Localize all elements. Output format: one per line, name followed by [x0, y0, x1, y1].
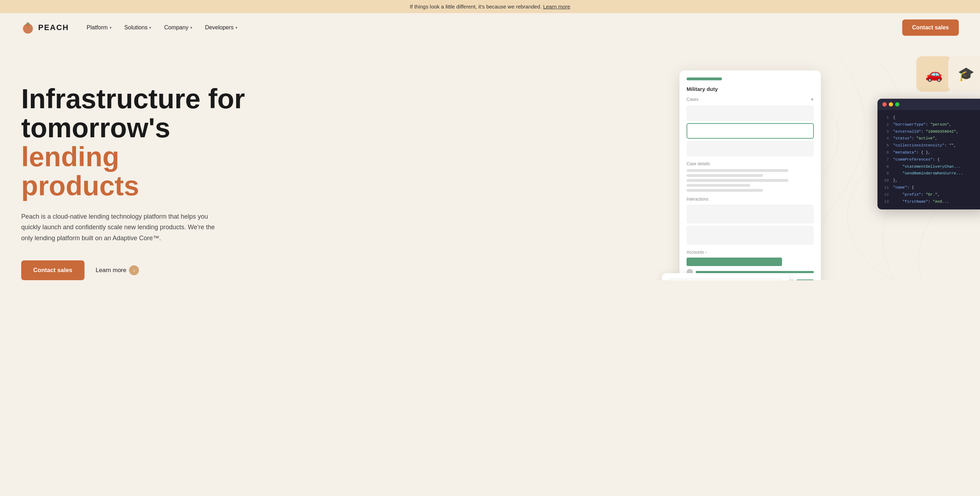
svg-rect-2 — [27, 22, 29, 25]
code-line-8: 8 "statementDeliveryChan... — [883, 163, 980, 171]
hero-actions: Contact sales Learn more › — [21, 260, 269, 280]
contact-sales-nav-button[interactable]: Contact sales — [902, 19, 959, 36]
developers-chevron-icon: ▾ — [235, 26, 237, 30]
car-icon-card: 🚗 — [916, 56, 952, 92]
hero-title-highlight: lending — [21, 141, 119, 172]
code-line-5: 5 "collectionsIntensity": "", — [883, 142, 980, 149]
doc-button-2[interactable] — [796, 279, 814, 280]
hero-title-line2: tomorrow's — [21, 112, 170, 143]
code-card-header — [878, 99, 980, 110]
hero-content: Infrastructure for tomorrow's lending pr… — [21, 63, 269, 280]
code-line-11: 11 "name": { — [883, 184, 980, 191]
case-item-3[interactable] — [687, 141, 814, 156]
announcement-text: If things look a little different, it's … — [410, 3, 542, 10]
case-item-2[interactable] — [687, 123, 814, 139]
code-card: 1 { 2 "borrowerType": "person", 3 "exter… — [878, 99, 980, 209]
code-line-4: 4 "status": "active", — [883, 135, 980, 142]
case-details-label: Case details — [687, 161, 814, 166]
code-line-12: 12 "prefix": "Dr.", — [883, 191, 980, 198]
announcement-banner: If things look a little different, it's … — [0, 0, 980, 13]
platform-chevron-icon: ▾ — [110, 26, 112, 30]
interaction-box-2 — [687, 226, 814, 245]
graduation-icon: 🎓 — [958, 66, 974, 82]
logo[interactable]: PEACH — [21, 21, 69, 34]
peach-logo-icon — [21, 21, 35, 34]
hero-title-line1: Infrastructure for — [21, 83, 245, 114]
graduation-icon-card: 🎓 — [948, 56, 980, 92]
nav-links: Platform ▾ Solutions ▾ Company ▾ Develop… — [87, 24, 237, 31]
accounts-label: Accounts — [687, 250, 704, 255]
hero-visuals: 🚗 🎓 Military duty Cases + Case details — [662, 56, 980, 280]
announcement-link[interactable]: Learn more — [543, 3, 570, 10]
nav-item-platform[interactable]: Platform ▾ — [87, 24, 112, 31]
hero-title: Infrastructure for tomorrow's lending pr… — [21, 85, 269, 201]
nav-item-company[interactable]: Company ▾ — [164, 24, 192, 31]
navbar-left: PEACH Platform ▾ Solutions ▾ Company ▾ D… — [21, 21, 237, 34]
accounts-header: Accounts › — [687, 250, 814, 255]
code-line-9: 9 "sendRemindersWhenCurre... — [883, 170, 980, 177]
detail-line-3 — [687, 179, 788, 182]
contact-sales-hero-button[interactable]: Contact sales — [21, 260, 84, 280]
dashboard-ui-card: Military duty Cases + Case details Inter… — [679, 70, 821, 280]
detail-line-5 — [687, 189, 763, 192]
navbar: PEACH Platform ▾ Solutions ▾ Company ▾ D… — [0, 13, 980, 42]
learn-more-link[interactable]: Learn more › — [96, 265, 139, 275]
accounts-section: Accounts › — [687, 250, 814, 275]
code-line-1: 1 { — [883, 114, 980, 121]
card-top-bar — [687, 78, 722, 80]
code-body: 1 { 2 "borrowerType": "person", 3 "exter… — [878, 110, 980, 209]
hero-description: Peach is a cloud-native lending technolo… — [21, 211, 226, 244]
code-line-2: 2 "borrowerType": "person", — [883, 121, 980, 128]
nav-item-developers[interactable]: Developers ▾ — [205, 24, 237, 31]
cases-label: Cases — [687, 97, 698, 102]
cases-add-icon[interactable]: + — [811, 96, 814, 103]
interactions-label: Interactions — [687, 197, 814, 202]
code-line-13: 13 "firstName": "And... — [883, 198, 980, 206]
code-line-7: 7 "commPreferences": { — [883, 156, 980, 163]
code-line-6: 6 "metaData": { }, — [883, 149, 980, 156]
window-maximize-dot — [895, 102, 899, 107]
hero-title-line3: products — [21, 170, 139, 201]
detail-line-2 — [687, 174, 763, 177]
accounts-arrow-icon: › — [705, 250, 706, 254]
code-line-10: 10 }, — [883, 177, 980, 184]
window-close-dot — [883, 102, 887, 107]
learn-more-arrow-icon: › — [129, 265, 139, 275]
cases-header: Cases + — [687, 96, 814, 103]
case-item-1[interactable] — [687, 105, 814, 121]
code-line-3: 3 "externalId": "10000359042", — [883, 128, 980, 136]
account-green-bar — [687, 258, 782, 266]
search-input-row: 🔍 Manage| ✕ — [668, 279, 783, 280]
nav-item-solutions[interactable]: Solutions ▾ — [124, 24, 152, 31]
learn-more-text: Learn more — [96, 267, 127, 274]
card-title: Military duty — [687, 86, 814, 92]
window-minimize-dot — [889, 102, 893, 107]
car-icon: 🚗 — [925, 66, 943, 83]
case-details-section: Case details — [687, 161, 814, 192]
interaction-box-1 — [687, 204, 814, 223]
search-card: 🔍 Manage| ✕ Manage AutoPay Manage — [662, 273, 789, 280]
company-chevron-icon: ▾ — [190, 26, 192, 30]
solutions-chevron-icon: ▾ — [149, 26, 151, 30]
detail-line-4 — [687, 184, 750, 187]
logo-text: PEACH — [38, 23, 69, 32]
detail-line-1 — [687, 169, 788, 172]
hero-section: Infrastructure for tomorrow's lending pr… — [0, 42, 980, 280]
interactions-section: Interactions — [687, 197, 814, 245]
